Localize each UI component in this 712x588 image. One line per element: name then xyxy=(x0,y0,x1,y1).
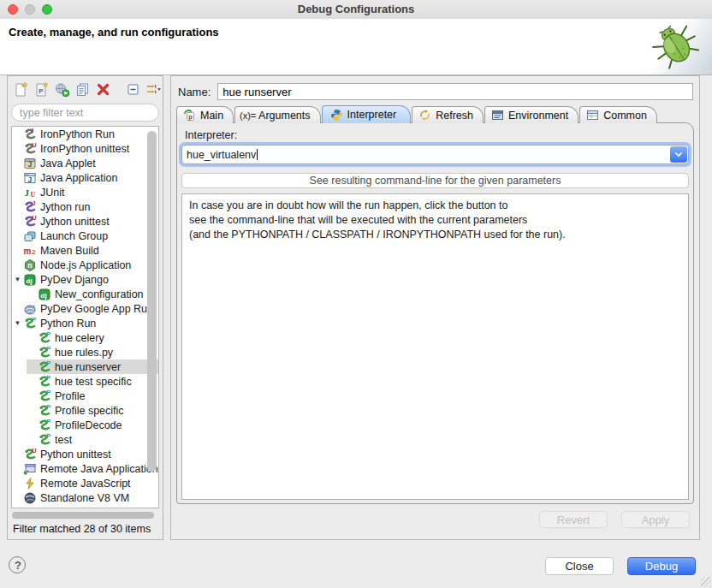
tab-common[interactable]: Common xyxy=(579,106,657,123)
delete-launch-configuration-icon[interactable] xyxy=(95,81,111,98)
tree-item-profiledecode[interactable]: PProfileDecode xyxy=(27,418,158,432)
ironpython-unittest-icon: U xyxy=(23,142,37,156)
interpreter-value: hue_virtualenv xyxy=(182,149,256,161)
tree-item-label: IronPython Run xyxy=(40,128,115,140)
pydev-django-icon: dj xyxy=(23,273,37,287)
tree-item-launch-group[interactable]: Launch Group xyxy=(12,229,158,243)
tree-item-test[interactable]: Ptest xyxy=(27,432,158,447)
svg-text:P: P xyxy=(46,404,50,411)
tab-arguments[interactable]: (x)=Arguments xyxy=(234,106,320,123)
svg-text:P: P xyxy=(46,433,50,440)
svg-text:P: P xyxy=(39,87,44,95)
resize-grip[interactable] xyxy=(701,577,711,587)
new-launch-configuration-prototype-icon[interactable]: P xyxy=(33,81,50,98)
tree-item-python-unittest[interactable]: UPython unittest xyxy=(12,447,158,461)
bug-icon xyxy=(650,20,701,74)
tree-item-label: test xyxy=(55,434,72,446)
tab-refresh[interactable]: Refresh xyxy=(412,106,484,123)
disclosure-triangle[interactable]: ▼ xyxy=(12,272,23,287)
tree-item-label: hue celery xyxy=(55,332,104,344)
tree-item-junit[interactable]: JUJUnit xyxy=(12,185,158,199)
svg-text:P: P xyxy=(46,331,50,338)
tree-item-label: Java Applet xyxy=(40,157,96,169)
tree-item-remote-java-application[interactable]: Remote Java Application xyxy=(12,461,158,476)
close-button[interactable]: Close xyxy=(545,557,614,575)
python-run-icon: P xyxy=(23,317,37,330)
revert-button[interactable]: Revert xyxy=(539,511,608,528)
tree-item-profile-specific[interactable]: PProfile specific xyxy=(27,403,158,418)
svg-text:J: J xyxy=(25,187,30,198)
svg-text:p: p xyxy=(188,113,193,121)
tree-horizontal-scrollbar[interactable] xyxy=(11,511,159,520)
tab-main[interactable]: pMain xyxy=(176,106,234,123)
tree-item-new-configuration[interactable]: djNew_configuration xyxy=(27,287,158,301)
tree-item-pydev-google-app-run[interactable]: PyDev Google App Run xyxy=(12,301,158,316)
filter-input[interactable] xyxy=(11,104,159,122)
tree-item-standalone-v8-vm[interactable]: Standalone V8 VM xyxy=(12,490,158,505)
configuration-editor: Name: pMain(x)=ArgumentsInterpreterRefre… xyxy=(170,75,700,540)
tree-item-java-application[interactable]: JJava Application xyxy=(12,170,158,185)
tree-item-hue-rules-py[interactable]: Phue rules.py xyxy=(27,345,158,359)
duplicate-launch-configuration-icon[interactable] xyxy=(74,81,91,98)
tree-item-ironpython-run[interactable]: IIronPython Run xyxy=(12,127,158,141)
tree-item-hue-celery[interactable]: Phue celery xyxy=(27,330,158,345)
apply-button[interactable]: Apply xyxy=(621,511,690,528)
tree-item-label: New_configuration xyxy=(55,288,144,300)
tree-item-profile[interactable]: PProfile xyxy=(27,389,158,403)
tree-item-label: Maven Build xyxy=(40,245,99,257)
tree-item-label: Standalone V8 VM xyxy=(40,492,129,504)
see-command-line-button[interactable]: See resulting command-line for the given… xyxy=(181,173,689,188)
tab-interpreter[interactable]: Interpreter xyxy=(322,105,412,123)
tree-item-python-run[interactable]: ▼PPython Run xyxy=(12,316,158,330)
tree-item-hue-runserver[interactable]: Phue runserver xyxy=(27,359,158,374)
close-window-button[interactable] xyxy=(8,4,18,15)
tree-item-label: Remote JavaScript xyxy=(40,478,131,490)
tree-item-jython-unittest[interactable]: UJython unittest xyxy=(12,214,158,229)
tree-item-remote-javascript[interactable]: Remote JavaScript xyxy=(12,476,158,490)
collapse-all-icon[interactable] xyxy=(125,81,141,98)
tab-label: Main xyxy=(200,110,223,122)
tree-vertical-scrollbar[interactable] xyxy=(147,131,157,472)
svg-text:dj: dj xyxy=(41,291,47,299)
pydev-gae-icon xyxy=(23,302,37,316)
main-tab-icon: p xyxy=(183,109,196,122)
python-unittest-icon: U xyxy=(23,448,37,461)
svg-text:U: U xyxy=(31,190,36,198)
filter-launch-configurations-icon[interactable] xyxy=(145,81,163,98)
tree-item-ironpython-unittest[interactable]: UIronPython unittest xyxy=(12,141,158,156)
minimize-window-button[interactable] xyxy=(25,4,35,15)
common-icon xyxy=(586,109,599,122)
export-launch-configurations-icon[interactable] xyxy=(54,81,70,98)
tab-environment[interactable]: Environment xyxy=(484,106,578,123)
python-run-icon: P xyxy=(38,360,51,374)
name-label: Name: xyxy=(178,86,211,98)
interpreter-combo[interactable]: hue_virtualenv xyxy=(181,145,689,164)
python-run-icon: P xyxy=(38,375,51,389)
tree-item-label: hue runserver xyxy=(55,361,121,373)
tree-item-hue-test-specific[interactable]: Phue test specific xyxy=(27,374,158,389)
svg-text:P: P xyxy=(46,346,50,353)
zoom-window-button[interactable] xyxy=(42,4,52,15)
tree-item-jython-run[interactable]: JJython run xyxy=(12,199,158,214)
combo-dropdown-button[interactable] xyxy=(670,146,687,163)
svg-text:U: U xyxy=(32,448,36,454)
configurations-tree: IIronPython RunUIronPython unittestJJava… xyxy=(11,126,159,508)
svg-text:J: J xyxy=(28,160,33,169)
tree-item-java-applet[interactable]: JJava Applet xyxy=(12,156,158,170)
debug-button[interactable]: Debug xyxy=(627,557,696,575)
help-button[interactable]: ? xyxy=(9,556,26,573)
tree-item-node-js-application[interactable]: nNode.js Application xyxy=(12,258,158,272)
python-run-icon: P xyxy=(38,331,51,345)
debug-configurations-window: Debug Configurations Create, manage, and… xyxy=(0,0,712,588)
tree-item-maven-build[interactable]: m2Maven Build xyxy=(12,243,158,258)
tree-item-label: hue rules.py xyxy=(55,347,113,359)
disclosure-triangle[interactable]: ▼ xyxy=(12,316,23,330)
interpreter-label: Interpreter: xyxy=(185,129,237,141)
scrollbar-thumb[interactable] xyxy=(12,512,154,519)
new-launch-configuration-icon[interactable] xyxy=(13,81,29,98)
ironpython-run-icon: I xyxy=(23,128,37,141)
tree-item-label: Jython unittest xyxy=(40,216,110,228)
jython-unittest-icon: U xyxy=(23,215,37,229)
tree-item-pydev-django[interactable]: ▼djPyDev Django xyxy=(12,272,158,287)
name-input[interactable] xyxy=(217,83,693,100)
